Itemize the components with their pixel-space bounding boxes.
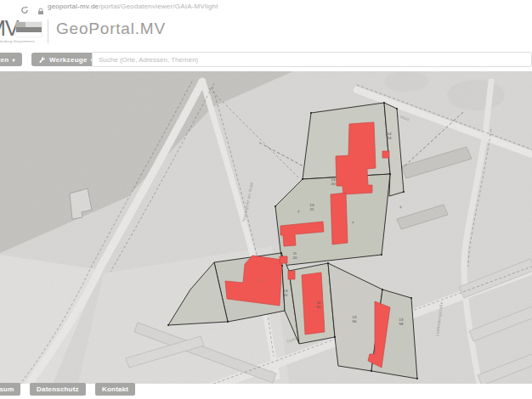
address-url[interactable]: geoportal-mv.de/portal/Geodatenviewer/GA… [48,3,218,10]
highlighted-shed[interactable] [288,271,295,279]
map-canvas[interactable]: Tessenpohl am Wald Tessenpohl am Wald Du… [0,71,532,384]
highlighted-building[interactable] [331,193,348,244]
toolbar: Themen▾ Werkzeuge▾ [0,49,532,71]
privacy-button[interactable]: Datenschutz [30,383,86,396]
page-title: GeoPortal.MV [56,20,166,38]
parcel-label: 1120 [293,251,297,260]
chevron-down-icon: ▾ [12,57,14,63]
highlighted-shed[interactable] [280,256,287,263]
parcel-label: 1424 [388,132,392,140]
parcel-label: 1341 [284,289,288,297]
url-path: /portal/Geodatenviewer/GAIA-MVlight [99,3,218,10]
highlighted-shed[interactable] [382,151,389,158]
contact-button[interactable]: Kontakt [95,383,135,396]
app-header: MV Landesregierung Mecklenburg-Vorpommer… [0,14,532,50]
imprint-button[interactable]: Impressum [0,383,20,396]
themes-menu-button[interactable]: Themen▾ [0,53,22,66]
parcel-label: 1151 [317,301,321,309]
imprint-button-label: Impressum [0,385,14,393]
parcel-label: 1320 [331,177,336,186]
privacy-button-label: Datenschutz [37,385,79,393]
highlighted-building[interactable] [302,273,325,334]
search-input[interactable] [92,52,532,67]
mv-flag-logo [16,22,42,37]
parcel-label: 1356 [353,315,357,323]
aerial-noise [0,71,532,384]
browser-url-bar: geoportal-mv.de/portal/Geodatenviewer/GA… [0,0,532,15]
header-divider [48,20,48,43]
tools-menu-button[interactable]: Werkzeuge▾ [31,53,100,66]
parcel-label: 1321 [310,203,314,211]
tools-button-label: Werkzeuge [49,56,88,64]
contact-button-label: Kontakt [102,385,128,393]
logo-caption: Landesregierung Mecklenburg-Vorpommern [0,39,35,43]
url-domain: geoportal-mv.de [48,3,99,10]
parcel-label: 1358 [399,318,404,326]
wrench-icon [38,56,46,64]
themes-button-label: Themen [0,56,8,64]
